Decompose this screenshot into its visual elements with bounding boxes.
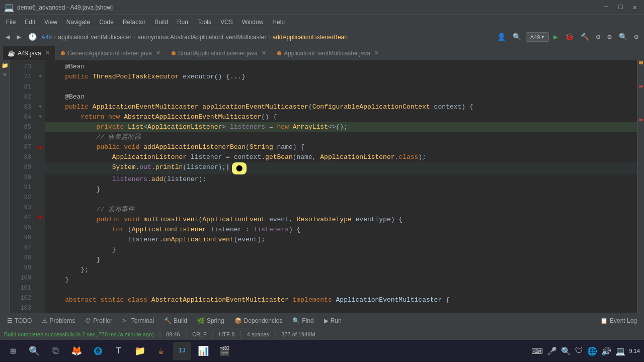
close-button[interactable]: ✕ [630, 3, 640, 12]
status-charset[interactable]: UTF-8 [219, 331, 234, 337]
run-tab-icon: ▶ [324, 317, 329, 324]
menu-edit[interactable]: Edit [21, 17, 39, 28]
debug-icon[interactable]: 🐞 [562, 31, 576, 43]
shield-icon[interactable]: 🛡 [575, 346, 583, 355]
breakpoint-87[interactable]: ● [38, 142, 42, 152]
task-view[interactable]: ⧉ [46, 342, 64, 360]
keyboard-icon[interactable]: ⌨ [531, 346, 543, 356]
tab-multicaster[interactable]: ApplicationEventMulticaster.java ✕ [272, 46, 384, 60]
tab-build[interactable]: 🔨 Build [160, 316, 191, 326]
code-line-101 [45, 285, 637, 295]
menu-navigate[interactable]: Navigate [62, 17, 94, 28]
start-button[interactable]: ⊞ [4, 342, 22, 360]
menu-window[interactable]: Window [238, 17, 268, 28]
recent-icon[interactable]: 🕐 [26, 31, 39, 43]
breakpoint-94[interactable]: ● [38, 212, 42, 222]
right-scrollbar-panel[interactable] [637, 60, 644, 313]
powerpoint-icon[interactable]: 📊 [194, 342, 212, 360]
tab-run[interactable]: ▶ Run [320, 316, 346, 326]
file-manager-icon[interactable]: 📁 [131, 342, 149, 360]
tab-event-log[interactable]: 📋 Event Log [596, 316, 641, 326]
code-editor[interactable]: 73 74 81 82 83 84 85 86 87 88 89 90 91 9… [10, 60, 644, 313]
status-crlf[interactable]: CRLF [192, 331, 207, 337]
tab-find[interactable]: 🔍 Find [288, 316, 317, 326]
tab-close-smart[interactable]: ✕ [262, 50, 266, 56]
mic-icon[interactable]: 🎤 [547, 346, 557, 356]
volume-icon[interactable]: 🔊 [601, 346, 611, 356]
taskbar-sys: ⌨ 🎤 🔍 🛡 🌐 🔊 💻 9:14 [531, 346, 640, 356]
menu-vcs[interactable]: VCS [216, 17, 237, 28]
tab-a49[interactable]: ☕ A49.java ✕ [2, 46, 55, 60]
tab-build-label: Build [174, 317, 187, 324]
time-display: 9:14 [629, 348, 640, 354]
code-content[interactable]: @Bean public ThreadPoolTaskExecutor exec… [45, 60, 637, 313]
java-ide-icon[interactable]: ☕ [152, 342, 170, 360]
breadcrumb-method2[interactable]: addApplicationListenerBean [272, 34, 347, 41]
tab-spring[interactable]: 🌿 Spring [193, 316, 228, 326]
tab-problems[interactable]: ⚠ Problems [38, 316, 79, 326]
intellij-icon[interactable]: IJ [173, 342, 191, 360]
branch-selector[interactable]: A49▾ [526, 32, 549, 42]
menu-code[interactable]: Code [95, 17, 118, 28]
battery-icon[interactable]: 💻 [615, 346, 625, 356]
main-area: 📁 ≡ 73 74 81 82 83 84 85 86 87 88 89 90 … [0, 60, 644, 313]
code-line-73: @Bean [45, 62, 637, 72]
more-icon[interactable]: ⚙ [594, 31, 603, 43]
structure-icon[interactable]: ≡ [3, 72, 7, 78]
firefox-icon[interactable]: 🦊 [67, 342, 86, 360]
fold-arrow-83[interactable]: ▼ [39, 102, 42, 112]
status-message: Build completed successfully in 2 sec, 7… [4, 331, 154, 337]
menu-file[interactable]: File [2, 17, 20, 28]
tab-close-generic[interactable]: ✕ [156, 50, 160, 56]
tab-terminal[interactable]: >_ Terminal [118, 316, 158, 326]
global-search-icon[interactable]: 🔍 [616, 31, 630, 43]
breadcrumb: A49 › applicationEventMulticaster › anon… [41, 34, 348, 41]
search-sys-icon[interactable]: 🔍 [561, 346, 571, 356]
fold-arrow-84[interactable]: ▼ [39, 112, 42, 122]
tab-generic[interactable]: GenericApplicationListener.java ✕ [55, 46, 166, 60]
tab-profiler[interactable]: ⏱ Profiler [81, 316, 116, 326]
taskbar: ⊞ 🔍 ⧉ 🦊 🌐 T 📁 ☕ IJ 📊 🎬 ⌨ 🎤 🔍 🛡 🌐 🔊 💻 9:1… [0, 340, 644, 362]
menu-bar: File Edit View Navigate Code Refactor Bu… [0, 15, 644, 29]
status-position[interactable]: 89:46 [166, 331, 180, 337]
status-indent[interactable]: 4 spaces [247, 331, 269, 337]
breadcrumb-method1[interactable]: applicationEventMulticaster [58, 34, 131, 41]
breadcrumb-app[interactable]: A49 [41, 34, 52, 41]
build-icon[interactable]: 🔨 [578, 31, 592, 43]
search-taskbar[interactable]: 🔍 [25, 342, 43, 360]
tab-close-multicaster[interactable]: ✕ [374, 50, 379, 56]
search-icon[interactable]: 🔍 [510, 31, 524, 43]
clock[interactable]: 9:14 [629, 348, 640, 354]
tab-todo[interactable]: ☰ TODO [3, 316, 36, 326]
code-line-99: }; [45, 265, 637, 275]
menu-refactor[interactable]: Refactor [119, 17, 149, 28]
settings2-icon[interactable]: ⚙ [632, 31, 641, 43]
vlc-icon[interactable]: 🎬 [215, 342, 233, 360]
user-icon[interactable]: 👤 [495, 31, 508, 43]
back-icon[interactable]: ◀ [3, 31, 12, 43]
tab-dependencies[interactable]: 📦 Dependencies [230, 316, 287, 326]
browser2-icon[interactable]: 🌐 [89, 342, 107, 360]
fold-arrow-74[interactable]: ▼ [39, 72, 42, 82]
menu-help[interactable]: Help [268, 17, 289, 28]
tab-find-label: Find [302, 317, 313, 324]
tab-label-a49: A49.java [18, 50, 41, 57]
maximize-button[interactable]: □ [615, 3, 625, 12]
project-icon[interactable]: 📁 [2, 62, 9, 69]
tab-close-a49[interactable]: ✕ [45, 50, 50, 56]
run-icon[interactable]: ▶ [551, 31, 560, 43]
forward-icon[interactable]: ▶ [14, 31, 23, 43]
left-gutter: 📁 ≡ [0, 60, 10, 313]
menu-tools[interactable]: Tools [193, 17, 215, 28]
settings-icon[interactable]: ⚙ [605, 31, 614, 43]
menu-view[interactable]: View [40, 17, 61, 28]
tab-smart[interactable]: SmartApplicationListener.java ✕ [166, 46, 272, 60]
code-line-82: @Bean [45, 92, 637, 102]
build-tab-icon: 🔨 [164, 317, 172, 324]
text-editor-icon[interactable]: T [110, 342, 128, 360]
menu-build[interactable]: Build [150, 17, 172, 28]
menu-run[interactable]: Run [173, 17, 192, 28]
breadcrumb-anon[interactable]: anonymous AbstractApplicationEventMultic… [137, 34, 266, 41]
minimize-button[interactable]: ─ [601, 3, 611, 12]
network-icon[interactable]: 🌐 [587, 346, 597, 356]
